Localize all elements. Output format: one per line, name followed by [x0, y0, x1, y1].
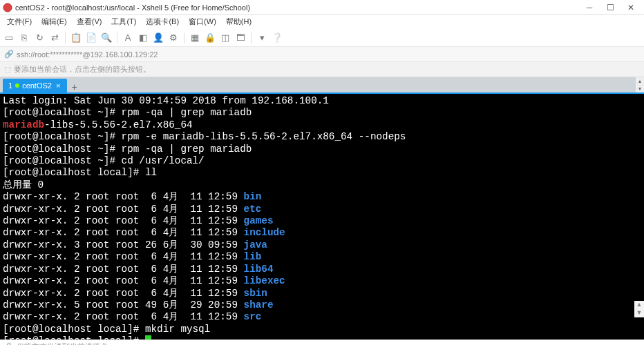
dropdown-icon[interactable]: ▾ — [256, 32, 268, 44]
term-scroll-up-icon[interactable]: ▲ — [634, 301, 644, 309]
toolbar-sep — [251, 32, 252, 43]
script-icon[interactable]: ⚙ — [167, 32, 180, 44]
link-icon: 🔗 — [4, 50, 14, 59]
tab-strip: 1 centOS2 × + ▴ ▾ — [0, 77, 644, 92]
toolbar: ▭ ⎘ ↻ ⇄ 📋 📄 🔍 A ◧ 👤 ⚙ ▦ 🔒 ◫ 🗔 ▾ ❔ — [0, 29, 644, 47]
tab-index: 1 — [8, 81, 12, 90]
lock-icon[interactable]: 🔒 — [204, 32, 216, 44]
tabstrip-scroll: ▴ ▾ — [636, 77, 644, 92]
window-title: centOS2 - root@localhost:/usr/local - Xs… — [15, 3, 579, 12]
menu-file[interactable]: 文件(F) — [3, 15, 36, 29]
terminal-scroll: ▲ ▼ — [634, 301, 644, 317]
font-icon[interactable]: A — [122, 32, 134, 44]
help-icon[interactable]: ❔ — [271, 32, 283, 44]
hint-text: 要添加当前会话，点击左侧的箭头按钮。 — [14, 64, 151, 75]
address-text: ssh://root:***********@192.168.100.129:2… — [17, 50, 158, 59]
transfer-icon[interactable]: ⇄ — [48, 32, 61, 44]
lock-small-icon[interactable]: 🔒 — [4, 342, 14, 345]
tab-session[interactable]: 1 centOS2 × — [3, 79, 67, 92]
scroll-up-icon[interactable]: ▴ — [636, 77, 644, 85]
toolbar-sep — [117, 32, 117, 43]
menu-help[interactable]: 帮助(H) — [222, 15, 256, 29]
menu-window[interactable]: 窗口(W) — [184, 15, 220, 29]
search-icon[interactable]: 🔍 — [100, 32, 113, 44]
screen-icon[interactable]: ▦ — [189, 32, 201, 44]
profile-icon[interactable]: 👤 — [152, 32, 164, 44]
toolbar-sep — [184, 32, 184, 43]
log-icon[interactable]: ◫ — [219, 32, 231, 44]
reconnect-icon[interactable]: ↻ — [33, 32, 46, 44]
address-bar[interactable]: 🔗 ssh://root:***********@192.168.100.129… — [0, 47, 644, 62]
color-icon[interactable]: ◧ — [137, 32, 149, 44]
menu-tools[interactable]: 工具(T) — [107, 15, 140, 29]
new-session-icon[interactable]: ▭ — [3, 32, 15, 44]
app-icon — [3, 3, 12, 12]
term-scroll-down-icon[interactable]: ▼ — [634, 309, 644, 317]
menu-view[interactable]: 查看(V) — [73, 15, 106, 29]
scroll-down-icon[interactable]: ▾ — [636, 85, 644, 92]
connected-icon — [15, 83, 19, 88]
menu-edit[interactable]: 编辑(E) — [37, 15, 71, 29]
svg-point-0 — [3, 3, 12, 12]
toolbar-sep — [65, 32, 66, 43]
send-bar: 🔒 仅将文本发送到当前选项卡 — [0, 339, 644, 345]
title-bar: centOS2 - root@localhost:/usr/local - Xs… — [0, 0, 644, 15]
tab-label: centOS2 — [22, 81, 52, 90]
paste-icon[interactable]: 📄 — [85, 32, 97, 44]
open-icon[interactable]: ⎘ — [18, 32, 30, 44]
terminal-output[interactable]: Last login: Sat Jun 30 09:14:59 2018 fro… — [0, 92, 644, 339]
maximize-button[interactable]: ☐ — [600, 1, 621, 14]
menu-tabs[interactable]: 选项卡(B) — [142, 15, 183, 29]
arrow-icon[interactable]: ⬚ — [4, 65, 11, 74]
copy-icon[interactable]: 📋 — [70, 32, 82, 44]
close-button[interactable]: ✕ — [621, 1, 641, 14]
plus-icon[interactable]: 🗔 — [234, 32, 247, 44]
menu-bar: 文件(F) 编辑(E) 查看(V) 工具(T) 选项卡(B) 窗口(W) 帮助(… — [0, 15, 644, 29]
tab-close-icon[interactable]: × — [56, 81, 60, 90]
hint-bar: ⬚ 要添加当前会话，点击左侧的箭头按钮。 — [0, 62, 644, 77]
send-note: 仅将文本发送到当前选项卡 — [17, 342, 108, 345]
tab-add-button[interactable]: + — [71, 81, 77, 92]
minimize-button[interactable]: ─ — [579, 1, 600, 14]
